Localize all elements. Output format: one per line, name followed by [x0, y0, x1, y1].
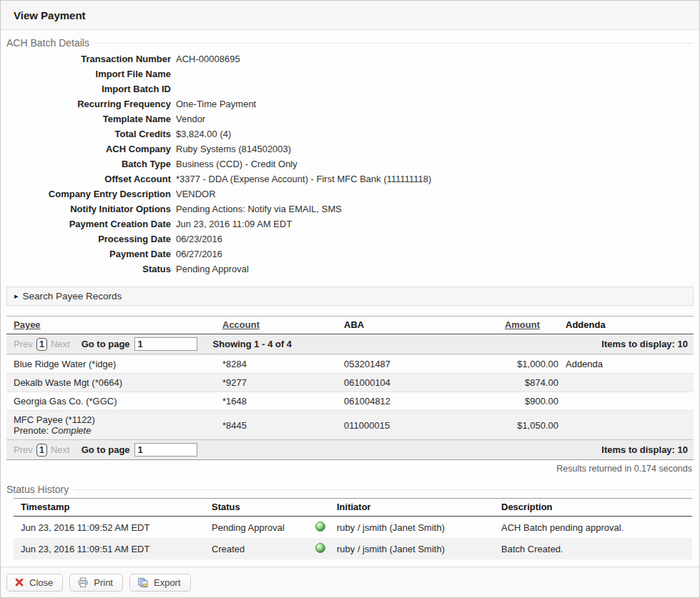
- aba-column-header: ABA: [344, 319, 458, 330]
- pagination-top: Prev 1 Next Go to page Showing 1 - 4 of …: [6, 334, 694, 354]
- account-cell: *9277: [222, 377, 344, 388]
- goto-page-label: Go to page: [82, 339, 130, 349]
- field-label: Company Entry Description: [6, 186, 171, 201]
- detail-row-batch-type: Batch Type Business (CCD) - Credit Only: [6, 156, 694, 171]
- print-button[interactable]: Print: [69, 574, 123, 592]
- status-column-header: Status: [212, 502, 315, 512]
- payee-table-header: Payee Account ABA Amount Addenda: [6, 316, 694, 334]
- amount-cell: $900.00: [458, 396, 558, 407]
- legend-divider: [74, 489, 694, 490]
- detail-row-ach-company: ACH Company Ruby Systems (814502003): [6, 141, 694, 156]
- prev-button[interactable]: Prev: [14, 444, 33, 455]
- globe-icon: [315, 522, 325, 532]
- ach-batch-details-legend: ACH Batch Details: [6, 37, 694, 49]
- prev-button[interactable]: Prev: [14, 339, 33, 349]
- sort-payee-link[interactable]: Payee: [14, 319, 41, 330]
- footer-action-bar: Close Print Expo: [1, 567, 699, 597]
- detail-row-payment-date: Payment Date 06/27/2016: [6, 246, 694, 261]
- title-bar: View Payment: [1, 1, 699, 30]
- payee-name: MFC Payee (*1122): [14, 414, 222, 425]
- detail-row-payment-creation-date: Payment Creation Date Jun 23, 2016 11:09…: [6, 216, 694, 231]
- field-label: Transaction Number: [6, 51, 171, 66]
- close-button[interactable]: Close: [6, 574, 63, 592]
- description-column-header: Description: [501, 502, 692, 512]
- field-label: Batch Type: [6, 156, 171, 171]
- status-cell: Pending Approval: [212, 522, 315, 533]
- account-cell: *8284: [222, 359, 344, 369]
- field-value: One-Time Payment: [176, 96, 256, 111]
- export-button[interactable]: Export: [129, 574, 191, 592]
- field-label: Processing Date: [6, 231, 171, 246]
- search-payee-records-toggle[interactable]: ▸ Search Payee Records: [6, 286, 694, 306]
- detail-row-status: Status Pending Approval: [6, 261, 694, 276]
- printer-icon: [77, 577, 89, 588]
- initiator-column-header: Initiator: [337, 502, 501, 512]
- status-history-row: Jun 23, 2016 11:09:51 AM EDT Created rub…: [14, 538, 692, 559]
- showing-count: Showing 1 - 4 of 4: [213, 339, 292, 349]
- field-value: Jun 23, 2016 11:09 AM EDT: [176, 216, 292, 231]
- goto-page-input[interactable]: [134, 443, 197, 457]
- field-label: Import Batch ID: [6, 81, 171, 96]
- amount-cell: $1,000.00: [458, 359, 558, 369]
- payee-cell: Georgia Gas Co. (*GGC): [6, 396, 222, 407]
- initiator-cell: ruby / jsmith (Janet Smith): [337, 522, 501, 533]
- detail-row-import-batch-id: Import Batch ID: [6, 81, 694, 96]
- timestamp-cell: Jun 23, 2016 11:09:51 AM EDT: [14, 544, 212, 554]
- detail-row-recurring-frequency: Recurring Frequency One-Time Payment: [6, 96, 694, 111]
- status-history-row: Jun 23, 2016 11:09:52 AM EDT Pending App…: [14, 517, 692, 538]
- aba-cell: 061000104: [344, 377, 458, 388]
- status-history-header: Timestamp Status Initiator Description: [14, 498, 692, 517]
- amount-cell: $1,050.00: [458, 420, 558, 431]
- detail-row-processing-date: Processing Date 06/23/2016: [6, 231, 694, 246]
- field-label: Notify Initiator Options: [6, 201, 171, 216]
- page-number-button[interactable]: 1: [36, 444, 47, 457]
- field-value: 06/27/2016: [176, 246, 222, 261]
- globe-icon: [315, 543, 325, 553]
- detail-row-import-file-name: Import File Name: [6, 66, 694, 81]
- sort-account-link[interactable]: Account: [222, 319, 260, 330]
- status-history-table: Timestamp Status Initiator Description J…: [14, 498, 692, 559]
- field-label: Offset Account: [6, 171, 171, 186]
- view-payment-page: View Payment ACH Batch Details Transacti…: [0, 0, 700, 598]
- results-timing-note: Results returned in 0.174 seconds: [1, 464, 692, 474]
- field-value: Vendor: [176, 111, 205, 126]
- items-to-display: Items to display: 10: [601, 444, 688, 455]
- account-cell: *8445: [222, 420, 344, 431]
- goto-page-label: Go to page: [82, 444, 130, 455]
- timestamp-column-header: Timestamp: [14, 502, 212, 512]
- page-number-button[interactable]: 1: [36, 338, 47, 351]
- description-cell: Batch Created.: [501, 544, 692, 554]
- payee-table: Payee Account ABA Amount Addenda Prev 1 …: [6, 316, 694, 460]
- goto-page-input[interactable]: [134, 337, 197, 351]
- field-value: Ruby Systems (814502003): [176, 141, 291, 156]
- detail-row-company-entry-description: Company Entry Description VENDOR: [6, 186, 694, 201]
- table-row: MFC Payee (*1122) Prenote: Complete *844…: [6, 410, 694, 439]
- field-label: Payment Date: [6, 246, 171, 261]
- section-title: Status History: [6, 484, 74, 495]
- field-label: Status: [6, 261, 171, 276]
- ach-batch-details: Transaction Number ACH-00008695 Import F…: [6, 51, 694, 276]
- pagination-bottom: Prev 1 Next Go to page Items to display:…: [6, 439, 694, 460]
- prenote-status: Prenote: Complete: [14, 425, 91, 436]
- field-value: Pending Actions: Notify via EMAIL, SMS: [176, 201, 342, 216]
- sort-amount-link[interactable]: Amount: [505, 319, 540, 330]
- table-row: Blue Ridge Water (*idge) *8284 053201487…: [6, 354, 694, 373]
- page-title: View Payment: [14, 9, 686, 21]
- initiator-cell: ruby / jsmith (Janet Smith): [337, 544, 501, 554]
- field-value: *3377 - DDA (Expense Account) - First MF…: [176, 171, 431, 186]
- next-button[interactable]: Next: [51, 444, 70, 455]
- table-row: Georgia Gas Co. (*GGC) *1648 061004812 $…: [6, 392, 694, 410]
- field-value: 06/23/2016: [176, 231, 222, 246]
- detail-row-template-name: Template Name Vendor: [6, 111, 694, 126]
- legend-divider: [95, 43, 694, 44]
- export-icon: [137, 577, 149, 588]
- next-button[interactable]: Next: [51, 339, 70, 349]
- status-history-legend: Status History: [6, 484, 694, 495]
- field-value: ACH-00008695: [176, 51, 240, 66]
- field-label: Recurring Frequency: [6, 96, 171, 111]
- addenda-link[interactable]: Addenda: [566, 359, 603, 369]
- aba-cell: 053201487: [344, 359, 458, 369]
- field-value: VENDOR: [176, 186, 216, 201]
- field-label: Template Name: [6, 111, 171, 126]
- detail-row-notify-initiator-options: Notify Initiator Options Pending Actions…: [6, 201, 694, 216]
